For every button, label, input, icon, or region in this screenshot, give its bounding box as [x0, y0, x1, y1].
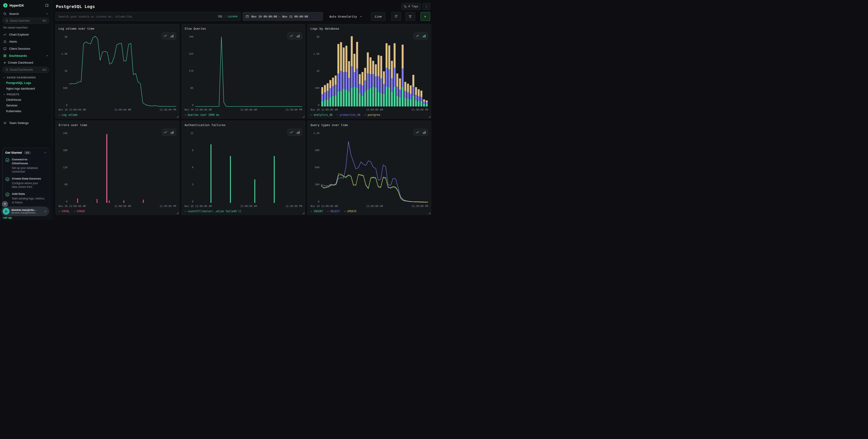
hyperdx-logo-icon [3, 3, 7, 7]
resize-handle[interactable] [177, 212, 179, 214]
x-axis: Nov 10 12:00:00 AM11:00:00 AM11:30:00 PM [185, 205, 302, 208]
calendar-icon [246, 15, 249, 18]
get-started-item-desc: Start sending logs, metrics, or traces [12, 197, 45, 204]
get-started-item-title: Create Data Sources [12, 177, 44, 181]
y-axis: 129630 [185, 132, 195, 203]
sql-toggle[interactable]: SQL [218, 15, 223, 18]
saved-searches-input[interactable]: Saved Searches ⌘K [3, 18, 49, 24]
y-axis: 1.2K9006003000 [310, 132, 321, 203]
bar-chart-icon[interactable] [295, 130, 301, 135]
event-search-input[interactable]: Search your events w/ Lucene ex. column:… [55, 12, 241, 21]
section-saved-dashboards[interactable]: SAVED DASHBOARDS [0, 74, 52, 80]
bell-icon [3, 40, 7, 43]
sidebar-item-kubernetes[interactable]: Kubernetes [0, 108, 52, 114]
setup-link[interactable]: set up. [3, 216, 12, 219]
bar-chart-icon[interactable] [169, 130, 175, 135]
sidebar-item-label: Alerts [9, 40, 17, 43]
bar-chart-icon[interactable] [169, 33, 175, 38]
get-started-item[interactable]: Create Data Sources Configure where your… [5, 177, 47, 189]
section-label-text: SAVED DASHBOARDS [7, 76, 36, 79]
granularity-select[interactable]: Auto Granularity [327, 12, 365, 21]
section-label-text: PRESETS [7, 93, 20, 96]
get-started-item[interactable]: Connect to ClickHouse Set up your databa… [5, 158, 47, 174]
chart-line-icon [3, 33, 7, 36]
time-range-picker[interactable]: Nov 10 00:00:00 - Nov 11 00:00:00 [243, 12, 323, 21]
x-axis: Nov 10 12:00:00 AM11:00:00 AM11:30:00 PM [310, 205, 428, 208]
check-circle-icon [5, 177, 9, 189]
sidebar-item-nginx-dashboard[interactable]: Nginx logs dashboard [0, 86, 52, 91]
resize-handle[interactable] [429, 116, 430, 118]
resize-handle[interactable] [429, 212, 430, 214]
sidebar-item-label: Team Settings [9, 121, 29, 125]
chevron-up-icon[interactable] [44, 151, 47, 154]
kebab-icon: ⋮ [425, 5, 428, 8]
app-root: HyperDX Search Saved Searches ⌘K No save… [0, 0, 434, 220]
bar-chart-icon[interactable] [421, 33, 427, 38]
sidebar-item-dashboards[interactable]: Dashboards [0, 52, 52, 59]
time-range-value: Nov 10 00:00:00 - Nov 11 00:00:00 [251, 15, 308, 18]
sidebar-item-chart-explorer[interactable]: Chart Explorer [0, 31, 52, 38]
lucene-toggle[interactable]: Lucene [228, 15, 238, 18]
line-chart-icon[interactable] [162, 130, 169, 135]
tags-label: 0 Tags [408, 5, 418, 8]
line-chart-icon[interactable] [162, 33, 169, 38]
get-started-header[interactable]: Get Started 3/3 [5, 151, 47, 154]
bar-chart-icon[interactable] [421, 130, 427, 135]
panel-log-volume: Log volume over time 2K1.5K1K5000 Nov 10… [55, 24, 179, 119]
chevron-up-icon[interactable] [46, 12, 49, 15]
play-icon [424, 15, 427, 18]
chevron-down-icon [3, 76, 5, 79]
more-options-button[interactable]: ⋮ [423, 3, 430, 10]
panel-title: Logs by database [310, 27, 428, 30]
resize-handle[interactable] [303, 116, 304, 118]
line-chart-icon[interactable] [288, 33, 294, 38]
live-button[interactable]: Live [371, 12, 385, 21]
legend: — FATAL— ERROR [59, 210, 176, 213]
create-dashboard-label: Create Dashboard [8, 61, 33, 64]
sidebar-item-client-sessions[interactable]: Client Sessions [0, 45, 52, 52]
bar-chart-icon[interactable] [295, 33, 301, 38]
shortcut-hint: ⌘K [42, 68, 46, 71]
tag-icon [404, 5, 407, 8]
resize-handle[interactable] [177, 116, 179, 118]
check-circle-icon [5, 158, 9, 174]
run-query-button[interactable] [421, 12, 430, 21]
filter-button[interactable] [405, 12, 415, 21]
resize-handle[interactable] [303, 212, 304, 214]
section-presets[interactable]: PRESETS [0, 91, 52, 97]
sidebar-item-alerts[interactable]: Alerts [0, 38, 52, 45]
line-chart-icon[interactable] [288, 130, 294, 135]
line-chart-icon[interactable] [414, 33, 421, 38]
search-placeholder: Search your events w/ Lucene ex. column:… [58, 15, 132, 18]
refresh-button[interactable] [392, 12, 401, 21]
sidebar-item-search[interactable]: Search [0, 10, 52, 17]
sidebar: HyperDX Search Saved Searches ⌘K No save… [0, 0, 52, 220]
filter-icon [408, 15, 412, 18]
x-axis: Nov 10 12:00:00 AM11:00:00 AM11:30:00 PM [185, 108, 302, 111]
saved-dashboards-input[interactable]: Saved Dashboards ⌘K [3, 67, 49, 73]
tags-button[interactable]: 0 Tags [401, 3, 421, 10]
sidebar-item-team-settings[interactable]: Team Settings [0, 120, 52, 126]
legend: — Log volume [59, 113, 176, 117]
plot-area [321, 132, 428, 203]
dashboard-grid-icon [3, 54, 7, 57]
sidebar-item-postgresql-logs[interactable]: PostgreSQL Logs [0, 80, 52, 86]
sidebar-collapse-icon[interactable] [45, 3, 49, 7]
legend: — countIf(like(arr..ation failed%')) [185, 210, 302, 213]
user-menu[interactable]: D dominic.tran@clic... dominic.tran@clic… [1, 207, 49, 216]
brand-name: HyperDX [9, 4, 24, 7]
chart-type-toggle [162, 129, 176, 136]
get-started-item[interactable]: Add Data Start sending logs, metrics, or… [5, 192, 47, 204]
refresh-icon [394, 15, 398, 18]
line-chart-icon[interactable] [414, 130, 421, 135]
chevron-up-icon[interactable] [46, 54, 49, 57]
create-dashboard-button[interactable]: Create Dashboard [0, 59, 52, 66]
gear-icon [3, 121, 7, 125]
chevron-down-icon [360, 15, 363, 18]
help-button[interactable]: ? [2, 201, 8, 207]
search-icon [3, 12, 7, 15]
plot-area [69, 35, 176, 107]
sidebar-item-clickhouse[interactable]: ClickHouse [0, 97, 52, 102]
sidebar-item-label: Dashboards [9, 54, 27, 57]
sidebar-item-services[interactable]: Services [0, 102, 52, 108]
